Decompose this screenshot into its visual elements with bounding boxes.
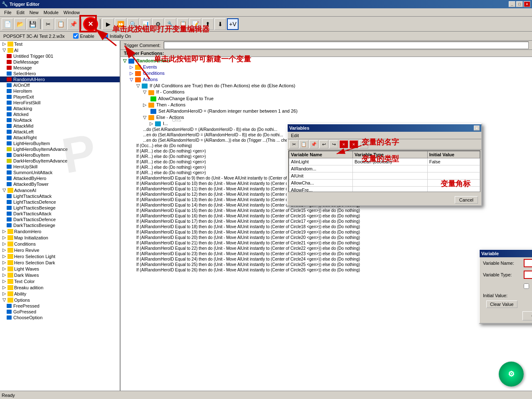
toolbar-btn12[interactable]: ⬆	[202, 18, 214, 30]
tree-item-selecthero[interactable]: SelectHero	[0, 71, 120, 76]
var-row-airandom[interactable]: AIRandom...	[289, 165, 480, 172]
tf-row-9[interactable]: ▽ Else - Actions	[121, 114, 531, 121]
expand-advanceai[interactable]: ▽	[1, 187, 7, 193]
toolbar-paste[interactable]: 📌	[67, 18, 79, 30]
menu-edit[interactable]: Edit	[14, 9, 27, 16]
toolbar-btn4[interactable]: ▶	[102, 18, 114, 30]
menu-window[interactable]: Window	[61, 9, 82, 16]
var-close-btn[interactable]: ×	[474, 126, 480, 131]
tree-item-lightwaves[interactable]: ▷ Light Waves	[0, 266, 120, 272]
tree-item-breakuadition[interactable]: ▷ Breaku adition	[0, 284, 120, 291]
tf-row-18[interactable]: If (AIRandomHeroID Equal to 18) then do …	[121, 224, 531, 229]
trigger-functions-area[interactable]: ▽ RandomAIHero ▷ Events ▷ Conditions ▽ A…	[121, 57, 532, 391]
tf-row-3[interactable]: ▽ Actions	[121, 76, 531, 83]
expand-darkwaves[interactable]: ▷	[1, 272, 7, 278]
expand-breaku[interactable]: ▷	[1, 285, 7, 290]
var-add-btn[interactable]: +	[359, 140, 368, 148]
tf-row-7[interactable]: ▷ Then - Actions	[121, 102, 531, 108]
var-row-allowcha[interactable]: AllowCha...	[289, 180, 480, 187]
tf-row-4[interactable]: ▽ If (All Conditions are True) then do (…	[121, 83, 531, 89]
tree-item-conditions[interactable]: ▷ Conditions	[0, 241, 120, 247]
var-close-x[interactable]: ×	[349, 140, 358, 148]
expand-options[interactable]: ▽	[1, 297, 7, 303]
vd-name-input[interactable]	[524, 259, 532, 267]
tree-item-mapinit[interactable]: ▷ Map Initialization	[0, 234, 120, 241]
tf-row-16[interactable]: If (AIRandomHeroID Equal to 16) then do …	[121, 213, 531, 219]
tree-item-herodark[interactable]: ▷ Hero Selection Dark	[0, 259, 120, 266]
tree-item-attackright[interactable]: AttackRight	[0, 135, 120, 140]
expand-ability[interactable]: ▷	[1, 291, 7, 296]
toolbar-variable-editor[interactable]: ×	[83, 17, 98, 31]
tree-item-diemessage[interactable]: DieMessage	[0, 59, 120, 65]
tf-row-26[interactable]: If (AIRandomHeroID Equal to 26) then do …	[121, 267, 531, 273]
var-copy-btn[interactable]: 📋	[299, 140, 308, 148]
trigger-comment-input[interactable]	[164, 42, 529, 49]
tf-row-15[interactable]: If (AIRandomHeroID Equal to 15) then do …	[121, 208, 531, 213]
tree-item-summon[interactable]: SummonUnitAttack	[0, 170, 120, 175]
var-cut-btn[interactable]: ✂	[289, 140, 298, 148]
expand-mapinit[interactable]: ▷	[1, 235, 7, 240]
tree-item-darkbesiege[interactable]: DarkTtacticsBesiege	[0, 222, 120, 228]
toolbar-btn13[interactable]: ⬇	[214, 18, 226, 30]
tf-row-21[interactable]: If (AIRandomHeroID Equal to 21) then do …	[121, 240, 531, 246]
tf-row-22[interactable]: If (AIRandomHeroID Equal to 22) then do …	[121, 246, 531, 251]
variables-window[interactable]: Variables × Edit ✂ 📋 📌 ↩ ↪ × × +	[287, 123, 482, 206]
tree-item-untitled[interactable]: Untitled Trigger 001	[0, 53, 120, 59]
toolbar-new-var[interactable]: +V	[227, 18, 239, 30]
tree-item-lightattack[interactable]: LightTtacticsAttack	[0, 193, 120, 199]
var-paste-btn[interactable]: 📌	[309, 140, 318, 148]
var-delete-btn[interactable]: ×	[339, 140, 348, 148]
tf-row-5[interactable]: ▽ If - Conditions	[121, 89, 531, 95]
var-row-aiunit[interactable]: AIUnit	[289, 172, 480, 180]
expand-herorevive[interactable]: ▷	[1, 247, 7, 253]
tf-row-19[interactable]: If (AIRandomHeroID Equal to 19) then do …	[121, 229, 531, 235]
tree-item-advanceai[interactable]: ▽ AdvanceAI	[0, 187, 120, 193]
tree-item-darkdefence[interactable]: DarkTtacticsDefence	[0, 217, 120, 222]
expand-ai[interactable]: ▽	[1, 47, 7, 53]
expand-lightwaves[interactable]: ▷	[1, 266, 7, 271]
tree-item-ability[interactable]: ▷ Ability	[0, 291, 120, 297]
tree-item-lightdefence[interactable]: LightTtacticsDefence	[0, 199, 120, 205]
tree-item-attackedbyhero[interactable]: AttackedByHero	[0, 175, 120, 181]
tree-item-freepressed[interactable]: FreePressed	[0, 303, 120, 309]
tree-item-playerexit[interactable]: PlayerExit	[0, 94, 120, 100]
enable-checkbox[interactable]	[73, 33, 79, 39]
tf-row-24[interactable]: If (AIRandomHeroID Equal to 24) then do …	[121, 256, 531, 262]
tree-item-attackleft[interactable]: AttackLeft	[0, 129, 120, 135]
expand-test[interactable]: ▷	[1, 41, 7, 47]
tree-item-heroitem[interactable]: HeroItem	[0, 88, 120, 94]
tree-item-darkattack[interactable]: DarkTtacticsAttack	[0, 211, 120, 217]
tf-expand-2[interactable]: ▷	[130, 71, 133, 76]
tree-item-attcked[interactable]: Attcked	[0, 111, 120, 117]
tree-item-randomaihero[interactable]: RandomAIHero	[0, 76, 120, 82]
tf-row-0[interactable]: ▽ RandomAIHero	[121, 58, 531, 64]
tree-item-textcolor[interactable]: ▷ Text Color	[0, 278, 120, 284]
menu-file[interactable]: File	[2, 9, 14, 16]
minimize-btn[interactable]: _	[509, 1, 515, 7]
tree-item-attackmid[interactable]: AttackMid	[0, 123, 120, 129]
expand-conditions[interactable]: ▷	[1, 241, 7, 246]
close-btn[interactable]: ×	[524, 1, 530, 7]
tf-expand-0[interactable]: ▽	[123, 58, 126, 63]
tf-row-23[interactable]: If (AIRandomHeroID Equal to 23) then do …	[121, 251, 531, 256]
tf-row-8[interactable]: Set AIRandomHeroID = (Random integer num…	[121, 108, 531, 114]
tf-expand-1[interactable]: ▷	[130, 64, 133, 69]
tf-row-25[interactable]: If (AIRandomHeroID Equal to 25) then do …	[121, 262, 531, 267]
tf-row-1[interactable]: ▷ Events	[121, 64, 531, 70]
vd-type-input[interactable]	[524, 271, 532, 279]
tree-item-options[interactable]: ▽ Options	[0, 297, 120, 303]
tree-item-attackedbytower[interactable]: AttackedByTower	[0, 181, 120, 187]
var-row-aiinlight[interactable]: AIinLight Boolean (boolean) False	[289, 158, 480, 165]
tree-item-darkbuyitemadv[interactable]: DarkHeroBuyItemAdvance	[0, 158, 120, 164]
tree-item-chooseoption[interactable]: ChooseOption	[0, 315, 120, 320]
tf-expand-3[interactable]: ▽	[130, 77, 133, 82]
expand-textcolor[interactable]: ▷	[1, 278, 7, 284]
expand-herolight[interactable]: ▷	[1, 254, 7, 259]
var-redo-btn[interactable]: ↪	[329, 140, 338, 148]
var-cancel-button[interactable]: Cancel	[455, 196, 478, 204]
toolbar-btn10[interactable]: 📋	[177, 18, 189, 30]
tree-item-attacking[interactable]: Attacking	[0, 106, 120, 111]
expand-randomhero[interactable]: ▷	[1, 229, 7, 234]
menu-new[interactable]: New	[27, 9, 41, 16]
toolbar-btn9[interactable]: 🔧	[165, 18, 176, 30]
